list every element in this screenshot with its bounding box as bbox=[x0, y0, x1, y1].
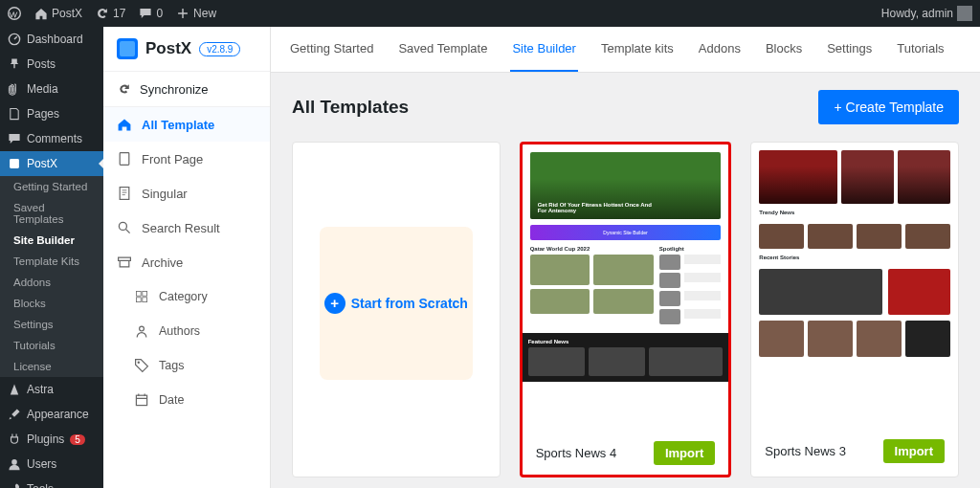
sync-label: Synchronize bbox=[140, 82, 209, 97]
tab-template-kits[interactable]: Template kits bbox=[599, 27, 676, 72]
howdy-link[interactable]: Howdy, admin bbox=[881, 6, 972, 21]
tab-saved-template[interactable]: Saved Template bbox=[396, 27, 489, 72]
plugin-item-search-result[interactable]: Search Result bbox=[103, 211, 270, 245]
svg-rect-8 bbox=[136, 291, 141, 296]
preview-hero-grid bbox=[759, 150, 950, 204]
wpnav-item-users[interactable]: Users bbox=[0, 452, 103, 477]
wpnav-item-plugins[interactable]: Plugins5 bbox=[0, 427, 103, 452]
plugin-item-front-page[interactable]: Front Page bbox=[103, 142, 270, 176]
wpnav-item-appearance[interactable]: Appearance bbox=[0, 402, 103, 427]
chat-icon bbox=[139, 7, 152, 20]
tab-settings[interactable]: Settings bbox=[825, 27, 874, 72]
svg-rect-14 bbox=[136, 395, 146, 405]
wpnav-item-tools[interactable]: Tools bbox=[0, 477, 103, 488]
plugin-item-singular[interactable]: Singular bbox=[103, 176, 270, 211]
plugin-item-archive[interactable]: Archive bbox=[103, 245, 270, 279]
template-card-2[interactable]: Trendy News Recent Stories bbox=[750, 142, 959, 477]
tab-blocks[interactable]: Blocks bbox=[764, 27, 804, 72]
wpnav-subitem-addons[interactable]: Addons bbox=[0, 272, 103, 293]
svg-rect-6 bbox=[120, 188, 129, 200]
wpnav-subitem-template-kits[interactable]: Template Kits bbox=[0, 251, 103, 272]
svg-rect-10 bbox=[136, 298, 141, 302]
wpnav-item-pages[interactable]: Pages bbox=[0, 101, 103, 126]
wpnav-subitem-saved-templates[interactable]: Saved Templates bbox=[0, 197, 103, 230]
postx-icon bbox=[8, 157, 21, 170]
tab-getting-started[interactable]: Getting Started bbox=[288, 27, 375, 72]
updates-count: 17 bbox=[113, 7, 125, 20]
import-button[interactable]: Import bbox=[883, 439, 945, 463]
howdy-text: Howdy, admin bbox=[881, 7, 953, 20]
avatar bbox=[957, 6, 972, 21]
plus-circle-icon: + bbox=[324, 293, 345, 314]
plugin-item-all-template[interactable]: All Template bbox=[103, 107, 270, 142]
svg-rect-11 bbox=[143, 298, 147, 302]
import-button[interactable]: Import bbox=[654, 441, 715, 465]
svg-point-3 bbox=[11, 459, 17, 465]
tab-tutorials[interactable]: Tutorials bbox=[895, 27, 946, 72]
pin-icon bbox=[8, 57, 21, 71]
svg-rect-2 bbox=[10, 159, 19, 168]
svg-rect-5 bbox=[120, 153, 129, 166]
brush-icon bbox=[8, 408, 21, 421]
preview-hero: Get Rid Of Your Fitness Hottest Once And… bbox=[530, 152, 722, 219]
tag-icon bbox=[134, 358, 149, 373]
synchronize-button[interactable]: Synchronize bbox=[103, 72, 270, 107]
preview-banner: Dynamic Site Builder bbox=[530, 225, 722, 240]
wpnav-item-astra[interactable]: Astra bbox=[0, 377, 103, 402]
new-link[interactable]: New bbox=[176, 7, 216, 20]
plugin-version: v2.8.9 bbox=[199, 42, 240, 56]
wpnav-subitem-getting-started[interactable]: Getting Started bbox=[0, 176, 103, 197]
svg-point-12 bbox=[140, 326, 145, 331]
postx-logo bbox=[117, 38, 138, 59]
template-card-1[interactable]: Get Rid Of Your Fitness Hottest Once And… bbox=[520, 142, 732, 477]
single-icon bbox=[117, 186, 132, 201]
wpnav-item-postx[interactable]: PostX bbox=[0, 151, 103, 176]
author-icon bbox=[134, 323, 149, 339]
wp-logo[interactable] bbox=[8, 7, 21, 20]
plug-icon bbox=[8, 433, 21, 446]
astra-icon bbox=[8, 383, 21, 396]
wpnav-subitem-license[interactable]: License bbox=[0, 356, 103, 377]
wpnav-subitem-blocks[interactable]: Blocks bbox=[0, 293, 103, 314]
plugin-item-authors[interactable]: Authors bbox=[103, 314, 270, 348]
page-icon bbox=[8, 107, 21, 121]
svg-rect-9 bbox=[143, 291, 147, 296]
badge: 5 bbox=[70, 434, 85, 445]
comments-count: 0 bbox=[156, 7, 163, 20]
wpnav-item-posts[interactable]: Posts bbox=[0, 52, 103, 77]
template-name: Sports News 4 bbox=[536, 446, 617, 460]
page-icon bbox=[117, 151, 132, 166]
site-link[interactable]: PostX bbox=[34, 7, 82, 20]
create-template-button[interactable]: + Create Template bbox=[818, 90, 959, 124]
sync-icon bbox=[117, 81, 132, 97]
plugin-item-date[interactable]: Date bbox=[103, 383, 270, 417]
new-label: New bbox=[193, 7, 216, 20]
scratch-label: Start from Scratch bbox=[351, 296, 468, 311]
template-name: Sports News 3 bbox=[765, 444, 846, 458]
users-icon bbox=[8, 457, 21, 471]
refresh-icon bbox=[96, 7, 109, 20]
chat-icon bbox=[8, 132, 21, 145]
wpnav-subitem-tutorials[interactable]: Tutorials bbox=[0, 335, 103, 356]
media-icon bbox=[8, 82, 21, 96]
comments-link[interactable]: 0 bbox=[139, 7, 163, 20]
tab-site-builder[interactable]: Site Builder bbox=[510, 27, 577, 72]
wpnav-item-media[interactable]: Media bbox=[0, 77, 103, 101]
wpnav-item-dashboard[interactable]: Dashboard bbox=[0, 27, 103, 52]
dashboard-icon bbox=[8, 33, 21, 46]
wpnav-subitem-site-builder[interactable]: Site Builder bbox=[0, 230, 103, 251]
updates-link[interactable]: 17 bbox=[96, 7, 125, 20]
date-icon bbox=[134, 392, 149, 408]
plugin-name: PostX bbox=[145, 39, 191, 58]
wpnav-item-comments[interactable]: Comments bbox=[0, 126, 103, 151]
plugin-item-category[interactable]: Category bbox=[103, 279, 270, 314]
site-name: PostX bbox=[52, 7, 82, 20]
template-card-scratch[interactable]: + Start from Scratch bbox=[292, 142, 501, 477]
wpnav-subitem-settings[interactable]: Settings bbox=[0, 314, 103, 335]
home-icon bbox=[34, 7, 48, 20]
cat-icon bbox=[134, 289, 149, 304]
plugin-item-tags[interactable]: Tags bbox=[103, 348, 270, 383]
tab-addons[interactable]: Addons bbox=[697, 27, 743, 72]
archive-icon bbox=[117, 255, 132, 270]
wrench-icon bbox=[8, 482, 21, 488]
